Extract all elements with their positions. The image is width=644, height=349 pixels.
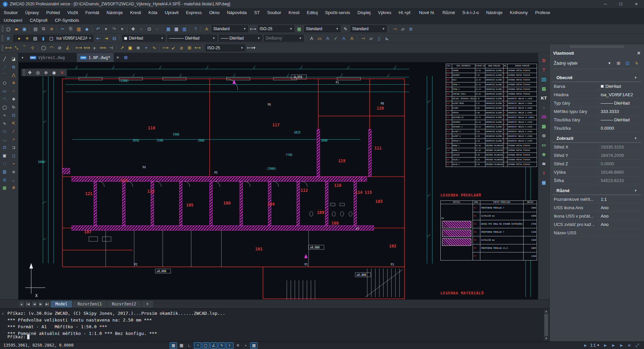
- table-style-select[interactable]: Standard▼: [304, 25, 340, 32]
- new-file-icon[interactable]: ▢: [5, 25, 12, 33]
- annotation-scale-icon[interactable]: ➤: [601, 342, 609, 349]
- match-properties-icon[interactable]: ◆: [83, 25, 91, 33]
- command-scrollbar[interactable]: ▲ ▼: [544, 309, 549, 341]
- zoom-realtime-icon[interactable]: ◌: [138, 25, 145, 33]
- table-tool-icon[interactable]: ▦: [1, 184, 8, 191]
- layer-properties-manager-icon[interactable]: ≣: [5, 35, 12, 42]
- layout-first-icon[interactable]: |◀: [25, 301, 31, 307]
- stretch-tool-icon[interactable]: ⇱: [10, 120, 17, 127]
- dim-style-apply-icon[interactable]: ⟷▾: [247, 44, 256, 52]
- prop-value-field[interactable]: 333.3333: [599, 109, 641, 114]
- list-icon[interactable]: ≣: [407, 25, 415, 33]
- menu-item-k-ta[interactable]: Kóta: [145, 8, 161, 17]
- menu-item-displej[interactable]: Displej: [354, 8, 374, 17]
- locate-icon[interactable]: ◉: [50, 69, 58, 76]
- dim-style-icon[interactable]: ⟷: [249, 25, 257, 33]
- spline-tool-icon[interactable]: ∿: [1, 120, 8, 127]
- table-cells-icon[interactable]: ▦: [173, 25, 180, 33]
- menu-item-form-t[interactable]: Formát: [82, 8, 103, 17]
- doc-tab-list-icon[interactable]: ▾: [19, 54, 26, 61]
- copy-clip-icon[interactable]: ⎘: [67, 25, 74, 33]
- prop-value-field[interactable]: Ano: [599, 205, 641, 210]
- dim-edit-icon[interactable]: ⟶: [162, 44, 169, 52]
- rotate-tool-icon[interactable]: ↻: [10, 104, 17, 111]
- scroll-down-icon[interactable]: ▼: [545, 337, 547, 341]
- polar-toggle[interactable]: ◔: [194, 342, 201, 349]
- settings-gear-icon[interactable]: ✳: [626, 342, 633, 349]
- clipboard-icon[interactable]: ▯: [375, 35, 383, 42]
- section-header-různé[interactable]: Různé▼: [552, 185, 641, 195]
- prop-value-field[interactable]: isa_VD95F1AE2: [599, 92, 641, 97]
- menu-item-soubor[interactable]: Soubor: [0, 8, 21, 17]
- area-icon[interactable]: ▱: [399, 25, 407, 33]
- ruler-icon[interactable]: ⟞: [359, 35, 367, 42]
- circle-tool-icon[interactable]: ◯: [1, 104, 8, 111]
- dim-arc-icon[interactable]: ⌒: [21, 44, 28, 52]
- paste-icon[interactable]: ▥: [75, 25, 83, 33]
- snap-toggle[interactable]: ▦: [178, 342, 185, 349]
- rectangle-tool-icon[interactable]: ▭: [1, 88, 8, 95]
- dim-linear-icon[interactable]: ⟷: [5, 44, 12, 52]
- point-tool-icon[interactable]: ∷: [1, 160, 8, 167]
- toolbar-grip[interactable]: [2, 25, 3, 32]
- copy-tool-icon[interactable]: ⧉: [10, 63, 17, 71]
- toolbar-grip[interactable]: [23, 69, 25, 76]
- publish-icon[interactable]: ⧈: [48, 25, 55, 33]
- layout-last-icon[interactable]: ▶|: [44, 301, 50, 307]
- menu-item-hl-p-[interactable]: Hl.+př.: [395, 8, 416, 17]
- dim-radius-icon[interactable]: ◯: [40, 44, 47, 52]
- menu-item-kresli[interactable]: Kresli: [126, 8, 145, 17]
- scale-25-icon[interactable]: 25: [540, 113, 548, 120]
- chevron-down-icon[interactable]: ▼: [634, 189, 637, 192]
- scrollbar-thumb[interactable]: [544, 314, 548, 336]
- lineweight-select[interactable]: ——DleHlad▼: [219, 35, 262, 42]
- ellipse-arc-tool-icon[interactable]: ◡: [1, 136, 8, 143]
- menu-item-cadprofi[interactable]: CADprofi: [26, 17, 51, 24]
- selection-combo[interactable]: Žádný výběr ▼ ⊞⊡ϟ: [550, 57, 644, 67]
- dim-ordinate-icon[interactable]: ⊹: [29, 44, 36, 52]
- new-doc-tab-icon[interactable]: ⊞: [122, 54, 129, 61]
- dim-text-edit-icon[interactable]: ↙: [170, 44, 177, 52]
- menu-item-pohled[interactable]: Pohled: [43, 8, 63, 17]
- layer-states-icon[interactable]: ⇥: [103, 35, 110, 42]
- dim-jogged-icon[interactable]: ◠: [48, 44, 55, 52]
- tree-icon[interactable]: ⊕: [540, 151, 548, 158]
- insert-block-tool-icon[interactable]: ⊡: [1, 144, 8, 151]
- table-style-icon[interactable]: ▦: [296, 25, 303, 33]
- table-toggle[interactable]: ▦: [250, 342, 258, 349]
- dim-break-icon[interactable]: ⊣: [107, 44, 115, 52]
- revcloud-tool-icon[interactable]: ≈: [1, 112, 8, 119]
- annotation-visibility-icon[interactable]: ➤: [609, 342, 617, 349]
- prop-value-field[interactable]: ———DleHlad: [599, 101, 641, 106]
- layer-select[interactable]: ●✳▤▮▢ isa VD95F1AE2AD7E0CF TU: ▼: [13, 35, 93, 42]
- corner-icon[interactable]: ⊾: [383, 35, 391, 42]
- sheet-set-icon[interactable]: ▥: [181, 25, 188, 33]
- toggle-pickadd-icon[interactable]: ϟ: [633, 59, 640, 67]
- chevron-down-icon[interactable]: ▼: [634, 76, 637, 79]
- table-icon[interactable]: ▦: [165, 25, 172, 33]
- chamfer-tool-icon[interactable]: ⧄: [10, 168, 17, 175]
- color-select[interactable]: DleHlad▼: [122, 35, 165, 42]
- dim-angular-icon[interactable]: ∠: [64, 44, 71, 52]
- menu-item-s-k-i-j-o[interactable]: S-k-i-J-o: [459, 8, 482, 17]
- menu-item-soubor[interactable]: Soubor: [263, 8, 285, 17]
- text-add-icon[interactable]: A: [324, 35, 331, 42]
- dim-inspect-icon[interactable]: ⌖: [143, 44, 150, 52]
- layout-up-icon[interactable]: ▲: [19, 301, 24, 307]
- layer-on-bulb-icon[interactable]: ●: [15, 35, 23, 42]
- close-float-icon[interactable]: ✕: [58, 69, 66, 76]
- undo-dropdown-icon[interactable]: ▾: [102, 25, 110, 33]
- join-tool-icon[interactable]: ⌁: [10, 160, 17, 167]
- annotation-scale-control[interactable]: ➤ 1:1 ▼: [581, 342, 600, 349]
- mirror-tool-icon[interactable]: ⋀: [10, 71, 17, 79]
- layer-color-swatch[interactable]: ▢: [48, 35, 55, 42]
- menu-item-cp-symbols[interactable]: CP-Symbols: [51, 17, 83, 24]
- monitor-icon[interactable]: ▭: [540, 141, 548, 149]
- mleader-icon[interactable]: ↗: [118, 44, 126, 52]
- measure-icon[interactable]: ⟞: [391, 25, 398, 33]
- dim-quick-icon[interactable]: ⟼: [75, 44, 83, 52]
- quick-select-icon[interactable]: ⊞: [615, 59, 622, 67]
- help-icon[interactable]: ?: [192, 25, 199, 33]
- arc-tool-icon[interactable]: ◠: [1, 96, 8, 103]
- prop-value-field[interactable]: 0.0000: [599, 126, 641, 131]
